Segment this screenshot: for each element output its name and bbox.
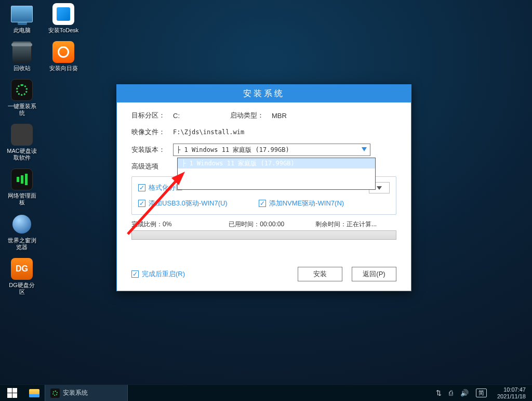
target-partition-label: 目标分区： xyxy=(131,111,173,120)
window-titlebar[interactable]: 安装系统 xyxy=(117,85,411,102)
usb3-driver-checkbox[interactable] xyxy=(138,200,145,207)
desktop-icon-this-pc[interactable]: 此电脑 xyxy=(6,3,37,34)
desktop-icon-world-browser[interactable]: 世界之窗浏览器 xyxy=(6,213,37,251)
volume-icon[interactable]: 🔊 xyxy=(460,389,469,397)
network-icon[interactable]: ⇅ xyxy=(436,389,442,397)
chevron-down-icon xyxy=(362,147,367,151)
icon-label: 网络管理面板 xyxy=(6,192,37,206)
bars-icon xyxy=(11,169,33,190)
monitor-icon xyxy=(11,6,33,22)
version-option-2[interactable]: ├ 2 Windows 11 家庭中文版 (18.00GB) xyxy=(178,169,375,179)
globe-icon xyxy=(12,215,31,234)
restart-checkbox[interactable] xyxy=(131,270,139,278)
icon-label: 安装向日葵 xyxy=(49,65,78,72)
install-button[interactable]: 安装 xyxy=(298,267,342,281)
install-version-combobox[interactable]: ├ 1 Windows 11 家庭版 (17.99GB) xyxy=(173,144,370,156)
gear-icon xyxy=(16,84,28,96)
desktop-icon-net-panel[interactable]: 网络管理面板 xyxy=(6,169,37,206)
version-option-3[interactable]: └ 3 Windows 11 Pro (18.30GB) xyxy=(178,179,375,189)
usb3-driver-label: 添加USB3.0驱动-WIN7(U) xyxy=(149,199,228,208)
combo-selected-text: ├ 1 Windows 11 家庭版 (17.99GB) xyxy=(177,146,289,154)
icon-label: 此电脑 xyxy=(14,27,31,34)
image-file-label: 映像文件： xyxy=(131,127,173,137)
start-button[interactable] xyxy=(0,385,24,402)
elapsed-label: 已用时间： xyxy=(229,221,260,228)
nvme-driver-label: 添加NVME驱动-WIN7(N) xyxy=(269,199,344,208)
window-title: 安装系统 xyxy=(243,88,285,99)
remain-label: 剩余时间： xyxy=(315,221,347,228)
install-version-label: 安装版本： xyxy=(131,145,173,154)
taskbar-active-label: 安装系统 xyxy=(63,389,88,397)
file-explorer-icon xyxy=(29,389,39,397)
taskbar: 安装系统 ⇅ ⎙ 🔊 简 10:07:47 2021/11/18 xyxy=(0,384,532,401)
desktop-icon-todesk[interactable]: 安装ToDesk xyxy=(48,3,79,34)
icon-label: 世界之窗浏览器 xyxy=(6,237,37,251)
taskbar-explorer[interactable] xyxy=(24,385,45,402)
icon-label: DG硬盘分区 xyxy=(6,282,37,295)
clock-date: 2021/11/18 xyxy=(497,393,526,400)
icon-label: 安装ToDesk xyxy=(48,27,79,34)
restart-label: 完成后重启(R) xyxy=(142,269,185,279)
desktop-icon-sunflower[interactable]: 安装向日葵 xyxy=(48,41,79,72)
boot-type-value: MBR xyxy=(272,112,287,120)
usb-icon[interactable]: ⎙ xyxy=(449,389,453,397)
target-partition-value: C: xyxy=(173,112,230,120)
gear-icon xyxy=(50,389,60,398)
progress-pct-label: 完成比例： xyxy=(131,221,163,228)
progress-pct-value: 0% xyxy=(163,221,171,228)
image-file-value: F:\Zjds\install.wim xyxy=(173,128,244,136)
ime-indicator[interactable]: 简 xyxy=(476,389,487,397)
dg-icon: DG xyxy=(16,264,28,274)
desktop-icon-reinstall[interactable]: 一键重装系统 xyxy=(6,79,37,117)
windows-logo-icon xyxy=(7,388,17,398)
nvme-driver-checkbox[interactable] xyxy=(259,200,266,207)
icon-label: MAC硬盘读取软件 xyxy=(6,148,37,161)
chevron-down-icon xyxy=(377,186,382,190)
taskbar-active-task[interactable]: 安装系统 xyxy=(45,385,128,402)
progress-info-row: 完成比例：0% 已用时间：00:00:00 剩余时间：正在计算... xyxy=(131,220,396,229)
todesk-icon xyxy=(57,7,70,21)
progress-bar xyxy=(131,230,396,240)
sunflower-icon xyxy=(58,46,69,58)
boot-type-label: 启动类型： xyxy=(230,111,272,120)
back-button[interactable]: 返回(P) xyxy=(352,267,396,281)
desktop-icon-dg[interactable]: DG DG硬盘分区 xyxy=(6,258,37,295)
advanced-options-label: 高级选项 xyxy=(131,162,158,171)
clock-time: 10:07:47 xyxy=(497,386,526,393)
format-partition-checkbox[interactable] xyxy=(138,184,145,191)
elapsed-value: 00:00:00 xyxy=(260,221,284,228)
desktop-icon-mac-reader[interactable]: MAC硬盘读取软件 xyxy=(6,124,37,161)
icon-label: 一键重装系统 xyxy=(6,103,37,117)
taskbar-clock[interactable]: 10:07:47 2021/11/18 xyxy=(494,386,529,400)
trash-icon xyxy=(12,41,32,63)
desktop-icon-recycle-bin[interactable]: 回收站 xyxy=(6,41,37,72)
desktop-icons: 此电脑 安装ToDesk 回收站 安装向日葵 一键重装系统 MAC硬盘读取软件 xyxy=(6,3,79,295)
icon-label: 回收站 xyxy=(14,65,31,72)
version-option-1[interactable]: ├ 1 Windows 11 家庭版 (17.99GB) xyxy=(178,158,375,169)
remain-value: 正在计算... xyxy=(347,221,377,228)
system-tray: ⇅ ⎙ 🔊 简 10:07:47 2021/11/18 xyxy=(436,386,532,400)
install-version-dropdown-list: ├ 1 Windows 11 家庭版 (17.99GB) ├ 2 Windows… xyxy=(177,158,376,190)
